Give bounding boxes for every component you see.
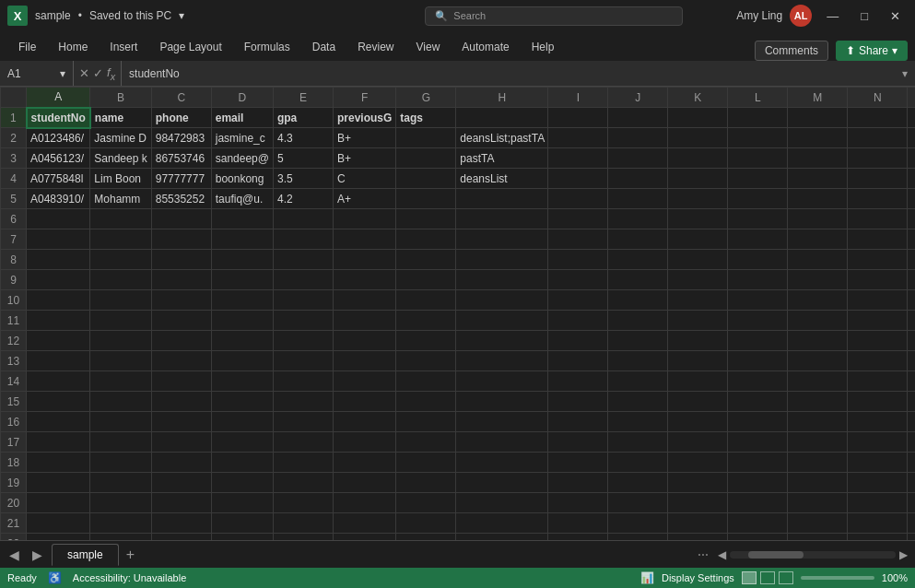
- table-cell[interactable]: [456, 209, 548, 229]
- table-cell[interactable]: [396, 371, 456, 392]
- table-cell[interactable]: [908, 453, 915, 473]
- table-cell[interactable]: [848, 108, 908, 128]
- zoom-slider[interactable]: [801, 576, 874, 580]
- sheet-tab-sample[interactable]: sample: [52, 544, 119, 566]
- table-cell[interactable]: A0456123/: [27, 148, 90, 169]
- table-cell[interactable]: [668, 250, 728, 270]
- table-cell[interactable]: [728, 270, 788, 290]
- table-cell[interactable]: name: [90, 108, 151, 128]
- table-cell[interactable]: [728, 371, 788, 392]
- col-header-O[interactable]: O: [908, 88, 915, 108]
- table-cell[interactable]: [908, 108, 915, 128]
- table-cell[interactable]: [90, 534, 151, 541]
- table-cell[interactable]: [848, 412, 908, 432]
- tab-automate[interactable]: Automate: [451, 35, 520, 61]
- table-cell[interactable]: [908, 432, 915, 453]
- maximize-button[interactable]: □: [853, 6, 875, 27]
- table-cell[interactable]: [456, 493, 548, 513]
- table-cell[interactable]: [608, 148, 668, 169]
- table-cell[interactable]: [548, 189, 608, 209]
- formula-expand-button[interactable]: ▾: [895, 67, 915, 80]
- table-cell[interactable]: [27, 250, 90, 270]
- table-cell[interactable]: [333, 209, 395, 229]
- table-cell[interactable]: [848, 128, 908, 148]
- table-cell[interactable]: [908, 412, 915, 432]
- table-cell[interactable]: [788, 148, 848, 169]
- table-cell[interactable]: [211, 534, 273, 541]
- table-cell[interactable]: 86753746: [151, 148, 211, 169]
- table-cell[interactable]: [728, 412, 788, 432]
- table-cell[interactable]: gpa: [273, 108, 333, 128]
- table-cell[interactable]: [273, 432, 333, 453]
- table-cell[interactable]: [908, 351, 915, 371]
- table-cell[interactable]: [456, 453, 548, 473]
- table-cell[interactable]: [90, 432, 151, 453]
- table-cell[interactable]: [396, 534, 456, 541]
- table-cell[interactable]: Lim Boon: [90, 169, 151, 189]
- table-cell[interactable]: [211, 311, 273, 331]
- table-cell[interactable]: [273, 229, 333, 250]
- table-cell[interactable]: 4.2: [273, 189, 333, 209]
- tab-file[interactable]: File: [7, 35, 47, 61]
- table-cell[interactable]: [211, 290, 273, 311]
- table-cell[interactable]: [27, 229, 90, 250]
- table-cell[interactable]: [456, 351, 548, 371]
- table-cell[interactable]: [848, 311, 908, 331]
- cell-ref-dropdown-icon[interactable]: ▾: [60, 67, 65, 80]
- add-sheet-button[interactable]: +: [119, 543, 142, 567]
- table-cell[interactable]: [273, 473, 333, 493]
- table-cell[interactable]: [90, 209, 151, 229]
- table-cell[interactable]: [908, 128, 915, 148]
- col-header-A[interactable]: A: [27, 88, 90, 108]
- col-header-E[interactable]: E: [273, 88, 333, 108]
- table-cell[interactable]: email: [211, 108, 273, 128]
- table-cell[interactable]: [668, 534, 728, 541]
- table-cell[interactable]: [548, 493, 608, 513]
- table-cell[interactable]: [848, 270, 908, 290]
- table-cell[interactable]: [211, 331, 273, 351]
- table-cell[interactable]: [151, 513, 211, 534]
- table-cell[interactable]: A0483910/: [27, 189, 90, 209]
- table-cell[interactable]: [788, 311, 848, 331]
- table-cell[interactable]: [396, 311, 456, 331]
- tab-page-layout[interactable]: Page Layout: [148, 35, 232, 61]
- table-cell[interactable]: [90, 493, 151, 513]
- table-cell[interactable]: [608, 432, 668, 453]
- table-cell[interactable]: [211, 229, 273, 250]
- confirm-formula-icon[interactable]: ✓: [93, 66, 103, 80]
- table-cell[interactable]: [548, 169, 608, 189]
- table-cell[interactable]: [396, 229, 456, 250]
- table-cell[interactable]: [211, 453, 273, 473]
- table-cell[interactable]: [548, 250, 608, 270]
- table-cell[interactable]: [668, 189, 728, 209]
- table-cell[interactable]: [728, 250, 788, 270]
- table-cell[interactable]: 98472983: [151, 128, 211, 148]
- table-cell[interactable]: [908, 229, 915, 250]
- table-cell[interactable]: [151, 392, 211, 412]
- col-header-H[interactable]: H: [456, 88, 548, 108]
- table-cell[interactable]: [548, 371, 608, 392]
- table-cell[interactable]: [333, 229, 395, 250]
- table-cell[interactable]: [848, 189, 908, 209]
- table-cell[interactable]: [273, 311, 333, 331]
- table-cell[interactable]: [728, 534, 788, 541]
- table-cell[interactable]: [788, 270, 848, 290]
- table-cell[interactable]: boonkong: [211, 169, 273, 189]
- table-cell[interactable]: [608, 108, 668, 128]
- col-header-D[interactable]: D: [211, 88, 273, 108]
- col-header-N[interactable]: N: [848, 88, 908, 108]
- search-box[interactable]: 🔍 Search: [425, 6, 683, 26]
- table-cell[interactable]: [273, 371, 333, 392]
- table-cell[interactable]: [668, 473, 728, 493]
- table-cell[interactable]: [728, 473, 788, 493]
- table-cell[interactable]: [333, 534, 395, 541]
- table-cell[interactable]: [90, 473, 151, 493]
- table-cell[interactable]: [27, 513, 90, 534]
- table-cell[interactable]: A0123486/: [27, 128, 90, 148]
- table-cell[interactable]: [608, 331, 668, 351]
- table-cell[interactable]: [848, 453, 908, 473]
- table-cell[interactable]: [151, 209, 211, 229]
- table-cell[interactable]: [151, 534, 211, 541]
- table-cell[interactable]: [396, 412, 456, 432]
- table-cell[interactable]: B+: [333, 128, 395, 148]
